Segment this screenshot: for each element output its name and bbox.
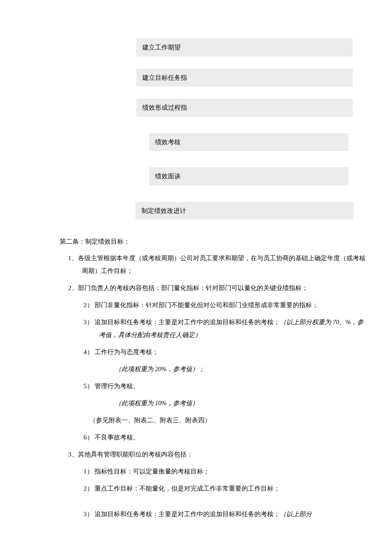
item-3-3-note: （以上部分 [280, 511, 312, 517]
flow-step-5: 绩效面谈 [149, 167, 349, 186]
flowchart-boxes: 建立工作期望 建立目标任务指 绩效形成过程指 绩效考核 绩效面谈 制定绩效改进计 [26, 38, 366, 220]
item-1: 1、各级主管根据本年度（或考核周期）公司对员工要求和期望，在与员工协商的基础上确… [82, 252, 366, 277]
item-2-4: 4） 工作行为与态度考核； [99, 346, 366, 358]
content-body: 1、各级主管根据本年度（或考核周期）公司对员工要求和期望，在与员工协商的基础上确… [60, 252, 366, 520]
item-3-lead: 3、其他具有管理职能职位的考核内容包括： [82, 448, 366, 461]
item-2-3: 3） 追加目标和任务考核：主要是对工作中的追加目标和任务的考核；（以上部分权重为… [99, 316, 366, 341]
flow-step-1: 建立工作期望 [136, 38, 353, 57]
flow-step-4: 绩效考核 [149, 133, 349, 151]
flow-step-2: 建立目标任务指 [136, 69, 353, 87]
item-2-3-text: 3） 追加目标和任务考核：主要是对工作中的追加目标和任务的考核； [84, 319, 280, 325]
item-2-4-note: （此项权重为 20%，参考值）； [115, 363, 366, 375]
item-3-3: 3） 追加目标和任务考核：主要是对工作中的追加目标和任务的考核；（以上部分 [99, 508, 366, 520]
item-2-ref: （参见附表一、附表二、附表三、附表四） [89, 414, 366, 427]
item-2-2: 2） 部门非量化指标：针对部门不能量化但对公司和部门业绩形成非常重要的指标； [99, 299, 366, 311]
article-heading: 第二条：制定绩效目标： [60, 237, 366, 247]
item-2-5: 5） 管理行为考核。 [99, 380, 366, 392]
item-3-2: 2） 重点工作目标：不能量化，但是对完成工作非常重要的工作目标； [99, 482, 366, 495]
item-2-6: 6） 不良事故考核。 [99, 431, 366, 444]
flow-step-6: 制定绩效改进计 [135, 202, 354, 220]
item-3-1: 1） 指标性目标：可以定量衡量的考核目标； [99, 465, 366, 478]
item-2-5-note: （此项权重为 10%，参考值） [115, 397, 366, 410]
item-3-3-text: 3） 追加目标和任务考核：主要是对工作中的追加目标和任务的考核； [84, 511, 280, 517]
flow-step-3: 绩效形成过程指 [136, 99, 353, 117]
document-page: 建立工作期望 建立目标任务指 绩效形成过程指 绩效考核 绩效面谈 制定绩效改进计… [0, 0, 392, 550]
item-2-lead: 2、部门负责人的考核内容包括：部门量化指标：针对部门可以量化的关键业绩指标； [82, 282, 366, 294]
